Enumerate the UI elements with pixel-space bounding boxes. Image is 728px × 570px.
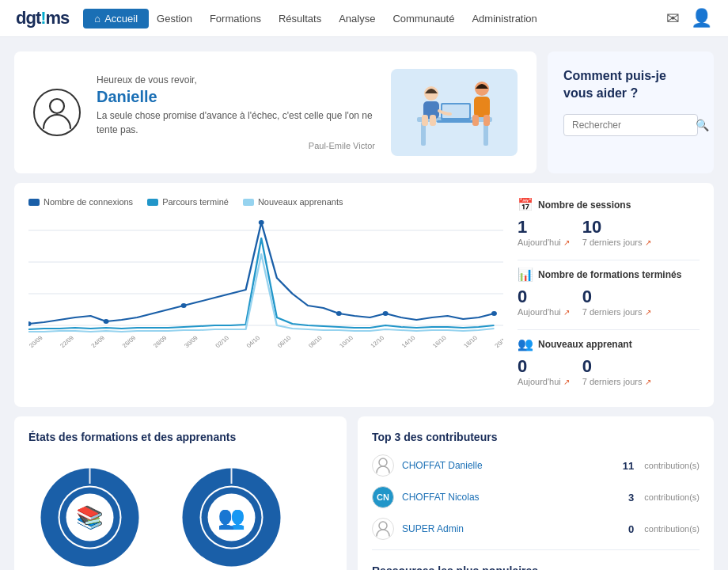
contributor-label-1: contribution(s) — [644, 492, 700, 502]
formations-week-link[interactable]: ↗ — [645, 308, 651, 317]
learners-today-link[interactable]: ↗ — [563, 378, 570, 386]
legend-parcours: Parcours terminé — [147, 197, 229, 207]
svg-text:20/10: 20/10 — [493, 335, 503, 349]
contributor-row-0: CHOFFAT Danielle 11 contribution(s) — [372, 454, 700, 477]
svg-rect-14 — [483, 115, 490, 126]
svg-point-20 — [104, 319, 109, 324]
svg-text:08/10: 08/10 — [307, 335, 324, 349]
svg-text:22/09: 22/09 — [59, 335, 75, 349]
stat-sessions-values: 1 Aujourd'hui ↗ 10 7 derniers jours ↗ — [518, 217, 700, 247]
svg-text:30/09: 30/09 — [183, 335, 199, 349]
divider-resources — [372, 549, 700, 550]
legend-dot-connexions — [28, 199, 40, 206]
learners-icon: 👥 — [518, 336, 533, 352]
contributor-name-1[interactable]: CHOFFAT Nicolas — [402, 492, 620, 503]
nav-communaute[interactable]: Communauté — [392, 13, 454, 25]
donut-row: 📚 👥 — [28, 456, 332, 570]
logo[interactable]: dgt!ms — [16, 8, 69, 28]
svg-text:24/09: 24/09 — [89, 335, 106, 349]
svg-text:16/10: 16/10 — [431, 335, 448, 349]
stats-panel: 📅 Nombre de sessions 1 Aujourd'hui ↗ 10 … — [518, 197, 700, 399]
help-box: Comment puis-je vous aider ? 🔍 — [548, 51, 714, 173]
quote: La seule chose promise d'avance à l'éche… — [97, 108, 375, 137]
contributors-title: Top 3 des contributeurs — [372, 431, 700, 443]
legend-connexions: Nombre de connexions — [28, 197, 133, 207]
nav-formations[interactable]: Formations — [210, 13, 261, 25]
mail-icon[interactable]: ✉ — [666, 9, 680, 28]
contributor-count-1: 3 — [628, 492, 634, 504]
stat-learners-title: 👥 Nouveaux apprenant — [518, 336, 700, 352]
stat-sessions-title: 📅 Nombre de sessions — [518, 197, 700, 212]
help-search[interactable]: 🔍 — [563, 114, 698, 136]
contributor-row-1: CN CHOFFAT Nicolas 3 contribution(s) — [372, 486, 700, 508]
svg-point-24 — [383, 311, 389, 316]
contributor-count-2: 0 — [628, 523, 634, 535]
resources-section: Ressources les plus populaires Formation… — [372, 564, 700, 570]
formations-status: États des formations et des apprenants 📚 — [14, 416, 347, 570]
stat-formations: 📊 Nombre de formations terminés 0 Aujour… — [518, 267, 700, 317]
sessions-icon: 📅 — [518, 197, 533, 212]
formations-today-link[interactable]: ↗ — [563, 308, 570, 317]
svg-rect-10 — [430, 115, 436, 126]
nav-administration[interactable]: Administration — [472, 13, 537, 25]
svg-point-0 — [50, 99, 64, 113]
formations-status-title: États des formations et des apprenants — [28, 431, 332, 443]
user-icon[interactable]: 👤 — [691, 8, 712, 28]
contributor-avatar-0 — [372, 454, 394, 477]
welcome-text: Heureux de vous revoir, Danielle La seul… — [97, 74, 375, 150]
svg-text:02/10: 02/10 — [214, 335, 230, 349]
legend-apprenants: Nouveaux apprenants — [243, 197, 343, 207]
contributor-label-2: contribution(s) — [644, 524, 700, 534]
legend-label-apprenants: Nouveaux apprenants — [258, 197, 343, 207]
stat-formations-values: 0 Aujourd'hui ↗ 0 7 derniers jours ↗ — [518, 287, 700, 317]
stat-sessions-week: 10 7 derniers jours ↗ — [582, 217, 651, 247]
help-title: Comment puis-je vous aider ? — [563, 67, 698, 103]
greeting: Heureux de vous revoir, — [97, 74, 375, 86]
sessions-today-link[interactable]: ↗ — [563, 238, 570, 247]
chart-section: Nombre de connexions Parcours terminé No… — [14, 183, 714, 407]
contributor-row-2: SUPER Admin 0 contribution(s) — [372, 518, 700, 540]
donut-formations: 📚 — [28, 456, 151, 570]
svg-text:12/10: 12/10 — [369, 335, 385, 349]
home-icon: ⌂ — [94, 13, 100, 25]
svg-text:06/10: 06/10 — [276, 335, 293, 349]
nav-right: ✉ 👤 — [666, 8, 712, 28]
search-icon: 🔍 — [696, 119, 709, 131]
stat-sessions: 📅 Nombre de sessions 1 Aujourd'hui ↗ 10 … — [518, 197, 700, 247]
svg-point-23 — [336, 311, 342, 316]
nav-gestion[interactable]: Gestion — [157, 13, 192, 25]
svg-point-22 — [259, 220, 264, 225]
logo-accent: ! — [40, 8, 45, 28]
home-label: Accueil — [104, 13, 138, 25]
legend-dot-parcours — [147, 199, 158, 206]
contributor-name-2[interactable]: SUPER Admin — [402, 523, 620, 534]
svg-text:26/09: 26/09 — [120, 335, 137, 349]
nav-analyse[interactable]: Analyse — [339, 13, 375, 25]
stat-learners-week: 0 7 derniers jours ↗ — [582, 356, 651, 386]
bottom-section: États des formations et des apprenants 📚 — [14, 416, 714, 570]
svg-rect-5 — [442, 104, 469, 118]
contributor-count-0: 11 — [623, 460, 634, 472]
svg-point-25 — [491, 311, 497, 316]
chart-area: Nombre de connexions Parcours terminé No… — [28, 197, 503, 399]
stat-learners-values: 0 Aujourd'hui ↗ 0 7 derniers jours ↗ — [518, 356, 700, 386]
stat-formations-title: 📊 Nombre de formations terminés — [518, 267, 700, 282]
navbar: dgt!ms ⌂ Accueil Gestion Formations Résu… — [0, 0, 728, 37]
svg-text:👥: 👥 — [218, 504, 245, 530]
contributor-avatar-1: CN — [372, 486, 394, 508]
author: Paul-Emile Victor — [97, 141, 375, 150]
svg-text:04/10: 04/10 — [245, 335, 261, 349]
sessions-week-link[interactable]: ↗ — [645, 238, 651, 247]
svg-text:28/09: 28/09 — [152, 335, 169, 349]
learners-week-link[interactable]: ↗ — [645, 378, 651, 386]
search-input[interactable] — [572, 120, 691, 131]
nav-resultats[interactable]: Résultats — [279, 13, 321, 25]
formations-icon: 📊 — [518, 267, 533, 282]
chart-legend: Nombre de connexions Parcours terminé No… — [28, 197, 503, 207]
home-button[interactable]: ⌂ Accueil — [83, 9, 149, 28]
contributor-name-0[interactable]: CHOFFAT Danielle — [402, 460, 615, 471]
nav-links: Gestion Formations Résultats Analyse Com… — [157, 13, 666, 25]
svg-text:10/10: 10/10 — [338, 335, 355, 349]
legend-label-connexions: Nombre de connexions — [44, 197, 133, 207]
svg-rect-12 — [474, 97, 490, 117]
